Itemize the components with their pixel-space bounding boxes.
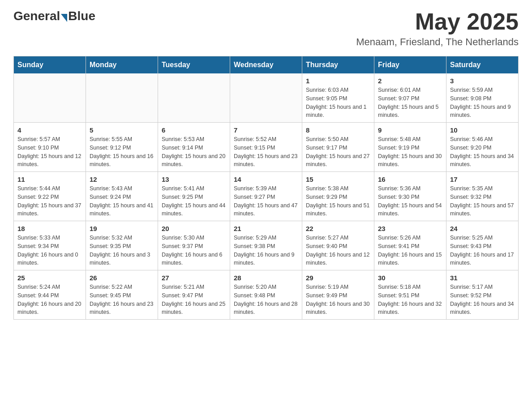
day-info-text: Sunrise: 5:43 AMSunset: 9:24 PMDaylight:… [90,184,154,218]
day-number: 21 [234,225,298,232]
day-info-text: Sunrise: 5:36 AMSunset: 9:30 PMDaylight:… [378,184,442,218]
calendar-cell: 26Sunrise: 5:22 AMSunset: 9:45 PMDayligh… [86,270,158,320]
day-info-text: Sunrise: 5:33 AMSunset: 9:34 PMDaylight:… [17,234,82,267]
calendar-cell: 25Sunrise: 5:24 AMSunset: 9:44 PMDayligh… [14,270,86,320]
day-number: 19 [90,225,154,232]
day-info-text: Sunrise: 5:35 AMSunset: 9:32 PMDaylight:… [450,184,515,218]
calendar-cell [230,73,302,123]
day-info-text: Sunrise: 5:26 AMSunset: 9:41 PMDaylight:… [378,234,442,267]
day-info-text: Sunrise: 5:22 AMSunset: 9:45 PMDaylight:… [90,283,154,317]
calendar-week-row: 4Sunrise: 5:57 AMSunset: 9:10 PMDaylight… [14,123,519,172]
day-info-text: Sunrise: 5:52 AMSunset: 9:15 PMDaylight:… [234,135,298,169]
calendar-week-row: 25Sunrise: 5:24 AMSunset: 9:44 PMDayligh… [14,270,519,320]
day-info-text: Sunrise: 5:38 AMSunset: 9:29 PMDaylight:… [306,184,370,218]
calendar-cell: 31Sunrise: 5:17 AMSunset: 9:52 PMDayligh… [446,270,519,320]
day-of-week-header: Saturday [446,56,519,74]
calendar-cell: 5Sunrise: 5:55 AMSunset: 9:12 PMDaylight… [86,123,158,172]
calendar-cell: 17Sunrise: 5:35 AMSunset: 9:32 PMDayligh… [446,172,519,221]
day-number: 12 [90,176,154,183]
day-info-text: Sunrise: 5:46 AMSunset: 9:20 PMDaylight:… [450,135,515,169]
title-block: May 2025 Menaam, Friesland, The Netherla… [356,9,519,48]
calendar-week-row: 1Sunrise: 6:03 AMSunset: 9:05 PMDaylight… [14,73,519,123]
calendar-cell: 7Sunrise: 5:52 AMSunset: 9:15 PMDaylight… [230,123,302,172]
day-number: 22 [306,225,370,232]
day-number: 20 [162,225,226,232]
day-info-text: Sunrise: 5:20 AMSunset: 9:48 PMDaylight:… [234,283,298,317]
calendar-cell: 12Sunrise: 5:43 AMSunset: 9:24 PMDayligh… [86,172,158,221]
day-of-week-header: Sunday [14,56,86,74]
day-info-text: Sunrise: 5:48 AMSunset: 9:19 PMDaylight:… [378,135,442,169]
day-number: 8 [306,126,370,134]
logo-general-text: General [13,9,60,23]
day-info-text: Sunrise: 6:01 AMSunset: 9:07 PMDaylight:… [378,86,442,120]
day-info-text: Sunrise: 5:53 AMSunset: 9:14 PMDaylight:… [162,135,226,169]
calendar-cell: 15Sunrise: 5:38 AMSunset: 9:29 PMDayligh… [302,172,374,221]
day-number: 16 [378,176,442,183]
day-number: 10 [450,126,515,134]
day-number: 5 [90,126,154,134]
day-info-text: Sunrise: 5:21 AMSunset: 9:47 PMDaylight:… [162,283,226,317]
calendar-cell: 16Sunrise: 5:36 AMSunset: 9:30 PMDayligh… [374,172,446,221]
calendar-cell [86,73,158,123]
day-of-week-header: Monday [86,56,158,74]
day-of-week-header: Tuesday [158,56,230,74]
day-info-text: Sunrise: 5:27 AMSunset: 9:40 PMDaylight:… [306,234,370,267]
calendar-cell [14,73,86,123]
calendar-cell: 18Sunrise: 5:33 AMSunset: 9:34 PMDayligh… [14,221,86,270]
calendar-cell: 28Sunrise: 5:20 AMSunset: 9:48 PMDayligh… [230,270,302,320]
day-number: 29 [306,274,370,282]
day-number: 30 [378,274,442,282]
location-subtitle: Menaam, Friesland, The Netherlands [356,36,519,48]
day-info-text: Sunrise: 5:30 AMSunset: 9:37 PMDaylight:… [162,234,226,267]
calendar-cell: 6Sunrise: 5:53 AMSunset: 9:14 PMDaylight… [158,123,230,172]
calendar-header-row: SundayMondayTuesdayWednesdayThursdayFrid… [14,56,519,74]
calendar-cell: 21Sunrise: 5:29 AMSunset: 9:38 PMDayligh… [230,221,302,270]
day-number: 18 [17,225,82,232]
day-info-text: Sunrise: 5:18 AMSunset: 9:51 PMDaylight:… [378,283,442,317]
day-info-text: Sunrise: 5:50 AMSunset: 9:17 PMDaylight:… [306,135,370,169]
calendar-cell: 4Sunrise: 5:57 AMSunset: 9:10 PMDaylight… [14,123,86,172]
logo-arrow-icon [61,14,67,22]
day-info-text: Sunrise: 5:41 AMSunset: 9:25 PMDaylight:… [162,184,226,218]
day-number: 7 [234,126,298,134]
calendar-cell: 3Sunrise: 5:59 AMSunset: 9:08 PMDaylight… [446,73,519,123]
calendar-cell: 27Sunrise: 5:21 AMSunset: 9:47 PMDayligh… [158,270,230,320]
calendar-cell: 10Sunrise: 5:46 AMSunset: 9:20 PMDayligh… [446,123,519,172]
page-header: General Blue May 2025 Menaam, Friesland,… [13,9,519,48]
logo-blue-text: Blue [68,9,95,23]
day-info-text: Sunrise: 5:17 AMSunset: 9:52 PMDaylight:… [450,283,515,317]
day-number: 13 [162,176,226,183]
calendar-table: SundayMondayTuesdayWednesdayThursdayFrid… [13,56,519,320]
calendar-cell: 24Sunrise: 5:25 AMSunset: 9:43 PMDayligh… [446,221,519,270]
day-number: 23 [378,225,442,232]
calendar-week-row: 18Sunrise: 5:33 AMSunset: 9:34 PMDayligh… [14,221,519,270]
calendar-week-row: 11Sunrise: 5:44 AMSunset: 9:22 PMDayligh… [14,172,519,221]
day-info-text: Sunrise: 6:03 AMSunset: 9:05 PMDaylight:… [306,86,370,120]
calendar-cell: 8Sunrise: 5:50 AMSunset: 9:17 PMDaylight… [302,123,374,172]
day-number: 25 [17,274,82,282]
day-number: 31 [450,274,515,282]
day-number: 3 [450,77,515,85]
calendar-cell: 1Sunrise: 6:03 AMSunset: 9:05 PMDaylight… [302,73,374,123]
day-info-text: Sunrise: 5:32 AMSunset: 9:35 PMDaylight:… [90,234,154,267]
day-info-text: Sunrise: 5:25 AMSunset: 9:43 PMDaylight:… [450,234,515,267]
day-of-week-header: Thursday [302,56,374,74]
day-info-text: Sunrise: 5:55 AMSunset: 9:12 PMDaylight:… [90,135,154,169]
calendar-cell [158,73,230,123]
day-of-week-header: Wednesday [230,56,302,74]
day-number: 4 [17,126,82,134]
day-number: 26 [90,274,154,282]
calendar-cell: 2Sunrise: 6:01 AMSunset: 9:07 PMDaylight… [374,73,446,123]
calendar-cell: 23Sunrise: 5:26 AMSunset: 9:41 PMDayligh… [374,221,446,270]
day-number: 14 [234,176,298,183]
calendar-cell: 19Sunrise: 5:32 AMSunset: 9:35 PMDayligh… [86,221,158,270]
day-number: 17 [450,176,515,183]
calendar-cell: 9Sunrise: 5:48 AMSunset: 9:19 PMDaylight… [374,123,446,172]
day-info-text: Sunrise: 5:19 AMSunset: 9:49 PMDaylight:… [306,283,370,317]
day-info-text: Sunrise: 5:29 AMSunset: 9:38 PMDaylight:… [234,234,298,267]
day-number: 1 [306,77,370,85]
calendar-cell: 30Sunrise: 5:18 AMSunset: 9:51 PMDayligh… [374,270,446,320]
logo: General Blue [13,9,95,23]
day-info-text: Sunrise: 5:44 AMSunset: 9:22 PMDaylight:… [17,184,82,218]
day-number: 9 [378,126,442,134]
